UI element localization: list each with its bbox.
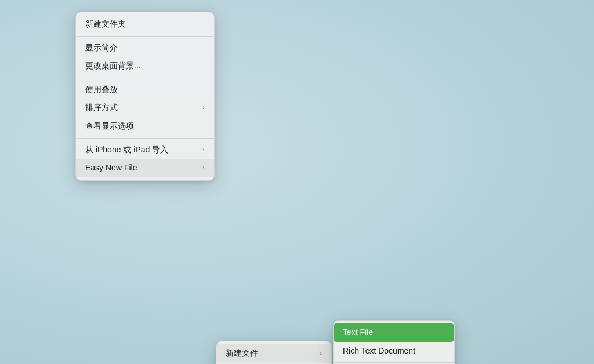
chevron-icon: ›: [202, 145, 205, 154]
menu-item-label: Text File: [343, 327, 373, 338]
menu-item-rich-text[interactable]: Rich Text Document: [334, 342, 454, 361]
menu-item-label: 新建文件夹: [85, 19, 126, 30]
menu-item-label: 排序方式: [85, 102, 118, 114]
context-menu-1: 新建文件夹 显示简介 更改桌面背景... 使用叠放 排序方式 › 查看显示选项: [75, 12, 215, 181]
menu-item-import-iphone[interactable]: 从 iPhone 或 iPad 导入 ›: [76, 141, 214, 159]
menu-item-label: 使用叠放: [85, 84, 118, 96]
tertiary-context-menu: Text File Rich Text Document Keynote Doc…: [333, 320, 455, 364]
menu-item-label: 显示简介: [85, 42, 118, 54]
submenu-3-wrapper: Text File Rich Text Document Keynote Doc…: [333, 320, 455, 364]
menu-item-easy-new-file[interactable]: Easy New File ›: [76, 159, 214, 177]
secondary-context-menu: 新建文件 › 拷贝路径 打开终端 在终端 Tab 打开: [216, 341, 332, 364]
menu-item-use-stacks[interactable]: 使用叠放: [76, 81, 214, 99]
menu-item-label: Rich Text Document: [343, 345, 415, 357]
menus-container: 新建文件夹 显示简介 更改桌面背景... 使用叠放 排序方式 › 查看显示选项: [75, 12, 215, 181]
submenu-2-wrapper: 新建文件 › 拷贝路径 打开终端 在终端 Tab 打开 Text File: [216, 341, 332, 364]
chevron-icon: ›: [320, 349, 322, 358]
menu-item-new-folder[interactable]: 新建文件夹: [76, 15, 214, 34]
menu-item-label: 从 iPhone 或 iPad 导入: [85, 144, 168, 156]
menu-item-text-file[interactable]: Text File: [334, 323, 454, 342]
separator-3: [76, 138, 214, 139]
menu-item-label: Easy New File: [85, 162, 137, 174]
chevron-icon: ›: [202, 163, 205, 172]
menu-item-show-info[interactable]: 显示简介: [76, 39, 214, 57]
menu-item-sort-by[interactable]: 排序方式 ›: [76, 99, 214, 117]
menu-item-label: 更改桌面背景...: [85, 60, 141, 72]
separator-4: [334, 362, 454, 363]
menu-item-change-bg[interactable]: 更改桌面背景...: [76, 57, 214, 75]
menu-item-label: 查看显示选项: [85, 121, 134, 132]
menu-item-new-file[interactable]: 新建文件 ›: [216, 344, 331, 363]
separator-1: [76, 36, 214, 37]
primary-context-menu: 新建文件夹 显示简介 更改桌面背景... 使用叠放 排序方式 › 查看显示选项: [75, 12, 215, 181]
menu-item-label: 新建文件: [226, 348, 258, 359]
separator-2: [76, 78, 214, 78]
chevron-icon: ›: [202, 103, 205, 112]
menu-item-view-options[interactable]: 查看显示选项: [76, 117, 214, 136]
